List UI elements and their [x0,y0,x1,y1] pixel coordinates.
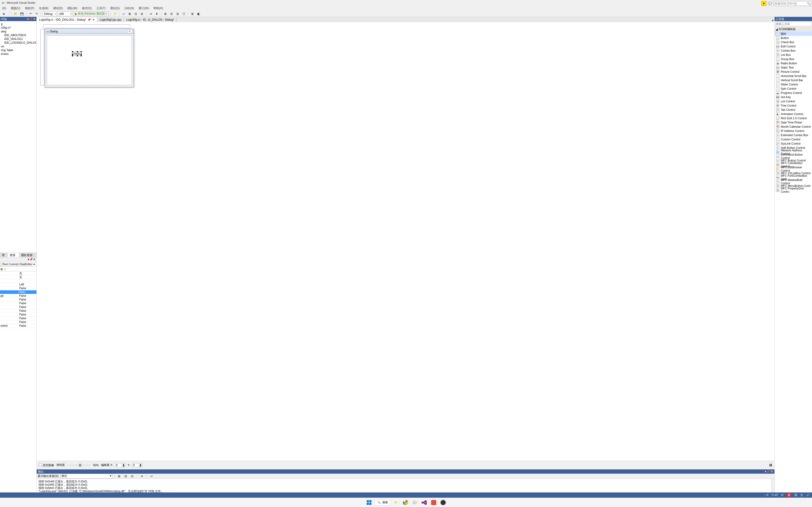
new-icon[interactable]: 📄 [7,11,12,16]
tree-item[interactable]: IDD_ABOUTBOX [0,33,37,37]
pin-icon[interactable]: 📌 [87,18,91,21]
taskbar-search[interactable]: 🔍 搜索 [374,499,391,506]
property-value[interactable]: False [9,294,37,298]
property-value[interactable]: False [9,313,37,317]
dropdown-icon[interactable]: ▾ [27,17,29,21]
layout-icon-1[interactable]: ⊞ [163,11,168,16]
tree-item[interactable]: on [0,45,37,48]
toolbox-item[interactable]: ▾Combo Box [775,49,812,53]
toolbox-item[interactable]: ⬚Group Box [775,57,812,61]
tree-item[interactable]: IDD_DIALOG1 [0,37,37,41]
toggle-icon[interactable]: ◧ [196,11,201,16]
dialog-preview[interactable]: ▭ Dialog ✕ Static [45,29,134,87]
dialog-designer[interactable]: ▭ Dialog ✕ Static [37,22,774,461]
property-row[interactable] [0,279,37,283]
align-icon-2[interactable]: ⊞ [127,11,132,16]
property-row[interactable]: False [0,301,37,305]
sogou-ime-icon[interactable]: S [787,493,791,497]
toolbox-item[interactable]: ☰List Box [775,53,812,57]
property-row[interactable]: 无 [0,272,37,275]
align-icon-4[interactable]: ⊟ [139,11,145,16]
property-value[interactable]: Left [9,283,37,286]
menu-project[interactable]: 项目(P) [22,6,37,10]
property-value[interactable]: False [9,298,37,301]
tree-item[interactable]: nDlg.rc* [0,26,37,30]
toolbox-item[interactable]: ↕Vertical Scroll Bar [775,78,812,82]
undo-icon[interactable]: ↶ [28,11,33,16]
toolbox-item[interactable]: 📅Date Time Picker [775,120,812,125]
tree-item[interactable]: ersion [0,52,37,56]
doc-tab-active[interactable]: LoginDlg.rc - IDD_DIALOG1 - Dialog* 📌 ✕ [37,17,97,22]
property-value[interactable]: 无 [9,272,37,275]
tree-item[interactable]: g [0,22,37,26]
align-icon-3[interactable]: ⊡ [133,11,138,16]
offset-x-input[interactable]: ▴▾ [115,463,125,467]
layout-icon-4[interactable]: ☐ [181,11,186,16]
properties-grid[interactable]: 无无LeftFalseStaticgeFalseFalseFalseFalseF… [0,272,37,501]
property-row[interactable]: ontrolFalse [0,324,37,328]
platform-dropdown[interactable]: x86 [58,11,72,16]
menu-window[interactable]: 窗口(W) [136,6,151,10]
property-value[interactable]: False [9,324,37,328]
tool-icon-1[interactable]: ⚡ [112,11,117,16]
property-value[interactable]: False [9,309,37,313]
status-icon[interactable]: ⟳ [781,493,783,497]
layout-icon-3[interactable]: ⊟ [175,11,180,16]
close-icon[interactable]: ✕ [92,18,95,21]
toolbox-section-header[interactable]: ◢ 对话框编辑器 [775,27,812,32]
toolbox-item[interactable]: IPIP Address Control [775,129,812,133]
property-value[interactable]: 无 [9,275,37,279]
volume-icon[interactable]: 🔊 [806,493,810,497]
toolbox-item[interactable]: ↖指针 [775,32,812,36]
visual-studio-icon[interactable] [420,498,428,507]
toolbox-items[interactable]: ↖指针▭Button☑Check Boxab|Edit Control▾Comb… [775,32,812,507]
quick-launch-box[interactable]: 🔍 [773,1,811,6]
quick-launch-input[interactable] [775,2,810,5]
property-row[interactable]: False [0,309,37,313]
redo-icon[interactable]: ↷ [34,11,39,16]
align-left-icon[interactable]: ▭ [121,11,126,16]
step-icon-2[interactable]: ⏸ [154,11,159,16]
tray-icon[interactable]: ⊡ [801,493,803,497]
toolbox-item[interactable]: ⌨Hot Key [775,95,812,99]
tab-team[interactable]: 团队资源管理器 [19,252,37,257]
toolbox-item[interactable]: ✎MFC MaskedEdit Control [775,180,812,184]
toolbox-search-input[interactable] [775,21,812,26]
image-button[interactable]: 🖼 [769,463,772,467]
menu-build[interactable]: 生成(B) [37,6,51,10]
opacity-slider[interactable] [67,465,91,466]
categorize-icon[interactable]: ⊞ [0,268,3,271]
sort-icon[interactable]: ⚡ [3,268,7,271]
property-value[interactable]: False [9,305,37,309]
toolbox-item[interactable]: ☑Check Box [775,40,812,44]
toolbox-item[interactable]: ▭Button [775,36,812,40]
property-value[interactable]: False [9,320,37,324]
menu-help[interactable]: 帮助(H) [151,6,165,10]
property-row[interactable]: Left [0,283,37,287]
menu-edit[interactable]: (E) [0,7,8,10]
toolbox-item[interactable]: ⊞MFC PropertyGrid Contro [775,188,812,192]
dialog-body[interactable]: Static [47,36,132,85]
output-source-dropdown[interactable]: 调试▾ [60,474,112,478]
properties-combo[interactable]: (Text Control) IStatEditor ▾ [0,262,36,267]
start-button[interactable] [365,498,373,507]
toolbox-item[interactable]: ▾Extended Combo Box [775,133,812,137]
toolbox-item[interactable]: ▶Animation Control [775,112,812,116]
toolbox-item[interactable]: 📝Rich Edit 2.0 Control [775,116,812,120]
notifications-flag[interactable]: ▾ [761,1,766,6]
property-value[interactable]: False [9,317,37,320]
save-icon[interactable]: 💾 [19,11,24,16]
output-tool-icon[interactable]: ⊞ [116,474,122,479]
toolbox-item[interactable]: ▭Command Button Control [775,154,812,158]
property-value[interactable]: Static [9,290,37,294]
dialog-close-button[interactable]: ✕ [127,30,132,33]
step-icon-1[interactable]: ⇥ [148,11,153,16]
toolbox-item[interactable]: ↔Horizontal Scroll Bar [775,74,812,78]
toolbox-item[interactable]: —Slider Control [775,82,812,87]
property-row[interactable]: False [0,320,37,324]
prototype-checkbox[interactable]: 原型图像 [39,463,54,467]
feedback-icon[interactable]: 💬 [767,1,772,6]
ime-lang[interactable]: 英 [794,493,797,497]
tab-explorer[interactable]: 理器 [0,252,8,257]
menu-view[interactable]: 视图(V) [8,6,22,10]
